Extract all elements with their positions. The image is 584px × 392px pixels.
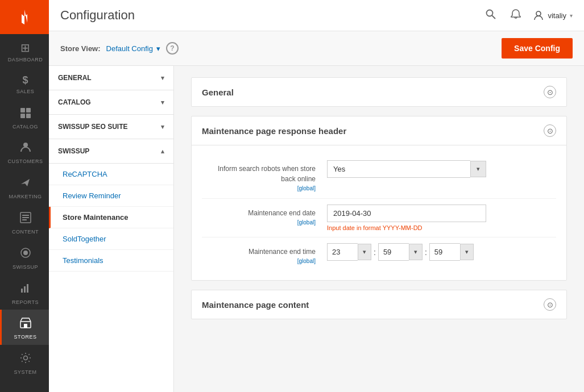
user-menu[interactable]: vitaliy ▾ — [533, 10, 573, 21]
hour-arrow-button[interactable]: ▾ — [358, 244, 371, 260]
help-icon-button[interactable]: ? — [166, 42, 179, 55]
time-separator-1: : — [371, 248, 378, 257]
sidebar-item-sales[interactable]: $ SALES — [0, 68, 49, 99]
sidebar-item-swissup[interactable]: SWISSUP — [0, 240, 49, 275]
sidebar-item-content[interactable]: CONTENT — [0, 205, 49, 240]
section-maintenance-content-header[interactable]: Maintenance page content ⊙ — [192, 290, 566, 319]
svg-rect-14 — [24, 286, 26, 293]
nav-section-catalog[interactable]: CATALOG ▾ — [49, 90, 173, 115]
sidebar-item-marketing-label: MARKETING — [9, 194, 42, 200]
time-selects: 23 0001020304050607080910111213141516171… — [327, 243, 556, 261]
sidebar-logo[interactable] — [0, 0, 49, 34]
store-view-label: Store View: — [60, 44, 101, 53]
hour-select-wrap: 23 0001020304050607080910111213141516171… — [327, 243, 371, 261]
content-area: GENERAL ▾ CATALOG ▾ SWISSUP SEO SUITE ▾ … — [49, 66, 584, 392]
svg-rect-4 — [20, 114, 25, 118]
section-maintenance-response-header-header[interactable]: Maintenance page response header ⊙ — [192, 116, 566, 145]
customers-icon — [19, 141, 32, 156]
bell-icon — [510, 9, 521, 20]
svg-rect-10 — [22, 219, 27, 220]
top-header: Configuration vitaliy ▾ — [49, 0, 584, 31]
svg-rect-9 — [22, 217, 29, 218]
chevron-up-icon: ▴ — [161, 148, 164, 155]
sidebar-item-reports[interactable]: REPORTS — [0, 275, 49, 310]
save-config-button[interactable]: Save Config — [502, 38, 573, 59]
magento-logo-icon — [14, 6, 35, 28]
store-view-select[interactable]: Default Config ▾ — [106, 44, 160, 53]
section-collapse-icon[interactable]: ⊙ — [544, 124, 556, 137]
sidebar-item-customers[interactable]: CUSTOMERS — [0, 134, 49, 169]
help-label: ? — [170, 44, 174, 52]
sidebar-item-stores[interactable]: STORES — [0, 310, 49, 345]
svg-rect-8 — [22, 215, 29, 216]
section-maintenance-content-title: Maintenance page content — [202, 300, 309, 310]
notifications-button[interactable] — [508, 6, 524, 25]
control-inform-robots: Yes No ▾ — [327, 160, 556, 178]
second-arrow-button[interactable]: ▾ — [460, 244, 474, 260]
nav-section-general-label: GENERAL — [58, 74, 92, 82]
sidebar-item-catalog[interactable]: CATALOG — [0, 99, 49, 135]
svg-rect-2 — [20, 108, 25, 112]
label-end-date: Maintenance end date [global] — [202, 205, 327, 227]
svg-point-21 — [536, 11, 541, 16]
svg-line-20 — [492, 15, 495, 19]
svg-point-19 — [487, 10, 493, 16]
svg-rect-5 — [26, 114, 31, 118]
collapse-icon[interactable]: ⊙ — [544, 86, 556, 98]
nav-sub-item-sold-together[interactable]: SoldTogether — [49, 228, 173, 250]
nav-section-swissup-seo[interactable]: SWISSUP SEO SUITE ▾ — [49, 115, 173, 139]
input-end-date[interactable] — [327, 205, 486, 222]
section-content-collapse-icon[interactable]: ⊙ — [544, 298, 556, 311]
chevron-down-icon: ▾ — [161, 74, 164, 82]
svg-rect-3 — [26, 108, 31, 112]
nav-sub-item-store-maintenance[interactable]: Store Maintenance — [49, 207, 173, 228]
page-title: Configuration — [60, 8, 135, 23]
store-view-current: Default Config — [106, 44, 153, 53]
reports-icon — [19, 282, 32, 297]
sidebar: ⊞ DASHBOARD $ SALES CATALOG CUSTOMERS MA… — [0, 0, 49, 392]
select-inform-robots[interactable]: Yes No — [327, 160, 470, 178]
sidebar-item-reports-label: REPORTS — [12, 299, 39, 306]
content-icon — [19, 211, 32, 227]
minute-arrow-button[interactable]: ▾ — [409, 244, 423, 260]
select-minute[interactable]: 59 000510152025303540455055 — [378, 243, 409, 261]
select-arrow-inform-robots[interactable]: ▾ — [470, 161, 486, 177]
marketing-icon — [19, 176, 32, 191]
header-actions: vitaliy ▾ — [483, 6, 573, 25]
sidebar-item-catalog-label: CATALOG — [13, 124, 38, 130]
nav-sub-item-review-reminder[interactable]: Review Reminder — [49, 185, 173, 207]
form-row-end-date: Maintenance end date [global] Input date… — [202, 199, 556, 237]
sales-icon: $ — [22, 74, 28, 86]
sidebar-item-stores-label: STORES — [14, 334, 37, 340]
section-general-header[interactable]: General ⊙ — [192, 78, 566, 106]
label-end-time: Maintenance end time [global] — [202, 243, 327, 265]
nav-section-general[interactable]: GENERAL ▾ — [49, 66, 173, 90]
config-panel: General ⊙ Maintenance page response head… — [174, 66, 584, 392]
sidebar-item-dashboard-label: DASHBOARD — [8, 57, 43, 63]
svg-point-18 — [23, 356, 27, 360]
global-badge-end-date: [global] — [202, 218, 316, 227]
section-maintenance-content: Maintenance page content ⊙ — [191, 290, 567, 319]
main-wrapper: Configuration vitaliy ▾ Store View: Defa… — [49, 0, 584, 392]
minute-select-wrap: 59 000510152025303540455055 ▾ — [378, 243, 423, 261]
svg-rect-15 — [27, 284, 28, 293]
field-inform-search-robots: Inform search robots when store back onl… — [192, 145, 566, 280]
nav-sub-item-recaptcha[interactable]: ReCAPTCHA — [49, 164, 173, 185]
store-view-chevron-icon: ▾ — [156, 44, 160, 53]
form-row-end-time: Maintenance end time [global] 23 0001020… — [202, 237, 556, 271]
sidebar-item-system[interactable]: SYSTEM — [0, 345, 49, 380]
form-row-inform-robots: Inform search robots when store back onl… — [202, 155, 556, 199]
nav-sub-item-testimonials[interactable]: Testimonials — [49, 250, 173, 272]
section-maintenance-response-header: Maintenance page response header ⊙ Infor… — [191, 116, 567, 281]
svg-point-6 — [23, 143, 28, 147]
sidebar-item-sales-label: SALES — [16, 89, 35, 95]
stores-icon — [19, 316, 32, 332]
sidebar-item-marketing[interactable]: MARKETING — [0, 169, 49, 205]
catalog-icon — [19, 106, 32, 122]
nav-section-swissup[interactable]: SWISSUP ▴ — [49, 139, 173, 164]
svg-point-11 — [23, 251, 28, 255]
select-hour[interactable]: 23 0001020304050607080910111213141516171… — [327, 243, 358, 261]
sidebar-item-dashboard[interactable]: ⊞ DASHBOARD — [0, 34, 49, 68]
select-second[interactable]: 59 000510152025303540455055 — [429, 243, 460, 261]
search-button[interactable] — [483, 6, 499, 25]
